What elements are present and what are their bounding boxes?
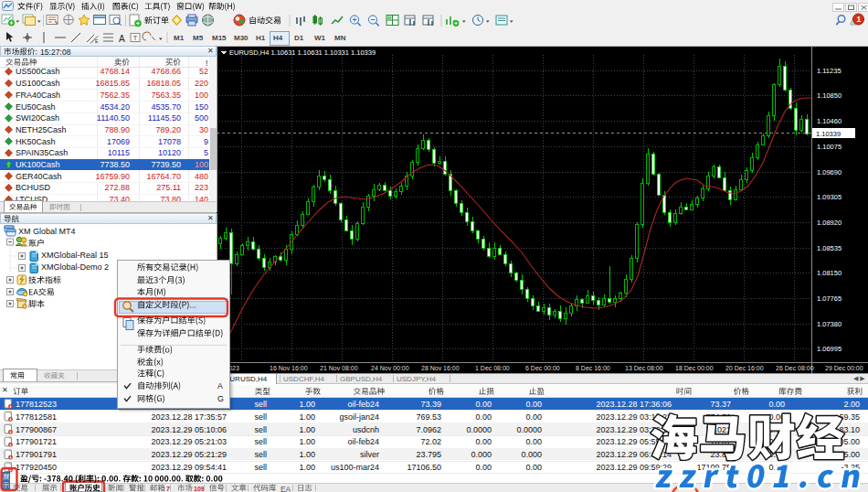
svg-text:8 Dec 16:00: 8 Dec 16:00: [576, 365, 610, 371]
svg-text:1.10850: 1.10850: [817, 91, 842, 100]
svg-text:26 Dec 08:00: 26 Dec 08:00: [776, 365, 814, 371]
svg-text:16 Nov 16:00: 16 Nov 16:00: [270, 365, 308, 371]
svg-text:1.06995: 1.06995: [817, 345, 842, 353]
svg-text:A: A: [119, 34, 125, 44]
svg-text:18 Dec 00:00: 18 Dec 00:00: [675, 365, 714, 371]
svg-text:1.08150: 1.08150: [817, 269, 842, 277]
svg-text:1.10075: 1.10075: [817, 143, 842, 151]
svg-text:1.08535: 1.08535: [817, 244, 842, 252]
svg-text:1.07380: 1.07380: [817, 320, 842, 328]
svg-text:1.11235: 1.11235: [817, 67, 842, 75]
svg-text:1.09690: 1.09690: [817, 168, 842, 176]
svg-text:24 Nov 00:00: 24 Nov 00:00: [371, 365, 409, 371]
svg-text:1.08920: 1.08920: [817, 219, 842, 227]
svg-text:13 Dec 08:00: 13 Dec 08:00: [625, 365, 663, 371]
svg-text:E: E: [95, 38, 99, 44]
svg-text:1 Dec 08:00: 1 Dec 08:00: [475, 365, 510, 371]
svg-text:1.07765: 1.07765: [817, 294, 842, 303]
svg-text:21 Nov 08:00: 21 Nov 08:00: [320, 365, 358, 371]
svg-text:1.10460: 1.10460: [817, 117, 842, 125]
svg-text:20 Dec 16:00: 20 Dec 16:00: [725, 365, 764, 371]
svg-text:1: 1: [857, 15, 862, 24]
svg-text:EURUSD,H4 1.10631 1.10631 1.1: EURUSD,H4 1.10631 1.10631 1.10331 1.1033…: [229, 48, 376, 57]
svg-text:6 Dec 00:00: 6 Dec 00:00: [525, 365, 560, 371]
svg-text:28 Nov 16:00: 28 Nov 16:00: [421, 365, 460, 371]
svg-text:1.09305: 1.09305: [817, 193, 842, 201]
svg-text:T: T: [133, 34, 138, 42]
svg-text:29 Dec 00:00: 29 Dec 00:00: [825, 365, 863, 371]
svg-text:1.10339: 1.10339: [816, 130, 841, 138]
